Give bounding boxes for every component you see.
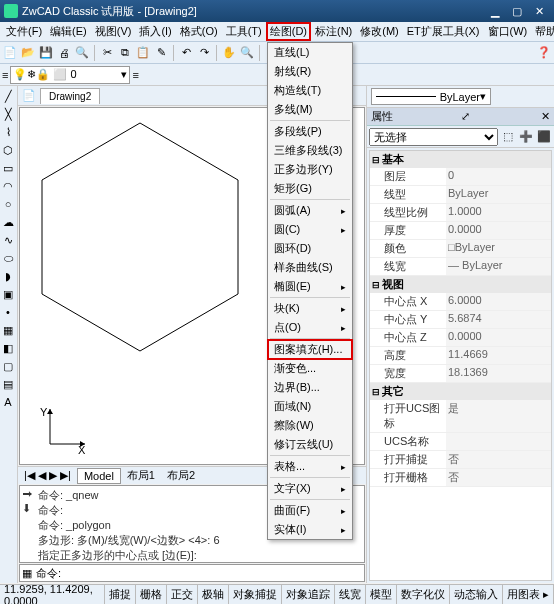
line-icon[interactable]: ╱ bbox=[0, 88, 16, 104]
layer-select[interactable]: 💡❄🔒 ⬜ 0▾ bbox=[10, 66, 130, 84]
menu-4[interactable]: 格式(O) bbox=[176, 22, 222, 41]
command-input[interactable]: ▦命令: bbox=[19, 564, 365, 582]
menuitem[interactable]: 渐变色... bbox=[268, 359, 352, 378]
menuitem[interactable]: 曲面(F) bbox=[268, 501, 352, 520]
cmd-icon[interactable]: ⮕ bbox=[22, 488, 38, 500]
status-button[interactable]: 动态输入 bbox=[450, 585, 503, 604]
menu-10[interactable]: 窗口(W) bbox=[484, 22, 532, 41]
xline-icon[interactable]: ╳ bbox=[0, 106, 16, 122]
linetype-select[interactable]: ByLayer▾ bbox=[371, 88, 491, 105]
status-button[interactable]: 极轴 bbox=[198, 585, 229, 604]
menuitem[interactable]: 表格... bbox=[268, 457, 352, 476]
point-icon[interactable]: • bbox=[0, 304, 16, 320]
cut-icon[interactable]: ✂ bbox=[99, 45, 115, 61]
spline-icon[interactable]: ∿ bbox=[0, 232, 16, 248]
status-button[interactable]: 捕捉 bbox=[105, 585, 136, 604]
menu-2[interactable]: 视图(V) bbox=[91, 22, 136, 41]
text-icon[interactable]: A bbox=[0, 394, 16, 410]
selectobj-icon[interactable]: ⬛ bbox=[536, 129, 552, 145]
menu-0[interactable]: 文件(F) bbox=[2, 22, 46, 41]
menuitem[interactable]: 面域(N) bbox=[268, 397, 352, 416]
ellipsearc-icon[interactable]: ◗ bbox=[0, 268, 16, 284]
menuitem[interactable]: 圆环(D) bbox=[268, 239, 352, 258]
block-icon[interactable]: ▣ bbox=[0, 286, 16, 302]
menu-7[interactable]: 标注(N) bbox=[311, 22, 356, 41]
status-button[interactable]: 对象捕捉 bbox=[229, 585, 282, 604]
tab-layout2[interactable]: 布局2 bbox=[161, 467, 201, 484]
menuitem[interactable]: 擦除(W) bbox=[268, 416, 352, 435]
menuitem[interactable]: 样条曲线(S) bbox=[268, 258, 352, 277]
tab-layout1[interactable]: 布局1 bbox=[121, 467, 161, 484]
new-icon[interactable]: 📄 bbox=[2, 45, 18, 61]
menuitem[interactable]: 修订云线(U) bbox=[268, 435, 352, 454]
help-icon[interactable]: ❓ bbox=[536, 45, 552, 61]
panel-close-icon[interactable]: ✕ bbox=[541, 110, 550, 123]
menuitem[interactable]: 构造线(T) bbox=[268, 81, 352, 100]
status-button[interactable]: 对象追踪 bbox=[282, 585, 335, 604]
menu-1[interactable]: 编辑(E) bbox=[46, 22, 91, 41]
ellipse-icon[interactable]: ⬭ bbox=[0, 250, 16, 266]
status-button[interactable]: 正交 bbox=[167, 585, 198, 604]
menuitem[interactable]: 圆(C) bbox=[268, 220, 352, 239]
pan-icon[interactable]: ✋ bbox=[221, 45, 237, 61]
doc-tab[interactable]: Drawing2 bbox=[40, 88, 100, 104]
paste-icon[interactable]: 📋 bbox=[135, 45, 151, 61]
menuitem[interactable]: 正多边形(Y) bbox=[268, 160, 352, 179]
selection-dropdown[interactable]: 无选择 bbox=[369, 128, 498, 146]
tab-model[interactable]: Model bbox=[77, 468, 121, 484]
menuitem[interactable]: 点(O) bbox=[268, 318, 352, 337]
pline-icon[interactable]: ⌇ bbox=[0, 124, 16, 140]
menu-3[interactable]: 插入(I) bbox=[135, 22, 175, 41]
maximize-button[interactable]: ▢ bbox=[506, 3, 528, 19]
redo-icon[interactable]: ↷ bbox=[196, 45, 212, 61]
menuitem[interactable]: 多段线(P) bbox=[268, 122, 352, 141]
open-icon[interactable]: 📂 bbox=[20, 45, 36, 61]
status-button[interactable]: 数字化仪 bbox=[397, 585, 450, 604]
print-icon[interactable]: 🖨 bbox=[56, 45, 72, 61]
cloud-icon[interactable]: ☁ bbox=[0, 214, 16, 230]
region-icon[interactable]: ▢ bbox=[0, 358, 16, 374]
menuitem[interactable]: 矩形(G) bbox=[268, 179, 352, 198]
zoom-icon[interactable]: 🔍 bbox=[239, 45, 255, 61]
menuitem[interactable]: 射线(R) bbox=[268, 62, 352, 81]
menuitem[interactable]: 三维多段线(3) bbox=[268, 141, 352, 160]
cmd-icon2[interactable]: ⬇ bbox=[22, 502, 38, 515]
quickselect-icon[interactable]: ⬚ bbox=[500, 129, 516, 145]
status-button[interactable]: 栅格 bbox=[136, 585, 167, 604]
property-grid[interactable]: 基本图层0线型ByLayer线型比例1.0000厚度0.0000颜色□ByLay… bbox=[369, 150, 552, 581]
sheet-nav[interactable]: |◀ ◀ ▶ ▶| bbox=[18, 468, 77, 483]
preview-icon[interactable]: 🔍 bbox=[74, 45, 90, 61]
menuitem[interactable]: 块(K) bbox=[268, 299, 352, 318]
match-icon[interactable]: ✎ bbox=[153, 45, 169, 61]
table-icon[interactable]: ▤ bbox=[0, 376, 16, 392]
circle-icon[interactable]: ○ bbox=[0, 196, 16, 212]
status-button[interactable]: 线宽 bbox=[335, 585, 366, 604]
save-icon[interactable]: 💾 bbox=[38, 45, 54, 61]
menu-11[interactable]: 帮助(H) bbox=[531, 22, 554, 41]
hatch-icon[interactable]: ▦ bbox=[0, 322, 16, 338]
menu-5[interactable]: 工具(T) bbox=[222, 22, 266, 41]
menu-6[interactable]: 绘图(D) bbox=[266, 22, 311, 41]
menuitem[interactable]: 直线(L) bbox=[268, 43, 352, 62]
layer-tool-icon[interactable]: ≡ bbox=[132, 69, 138, 81]
copy-icon[interactable]: ⧉ bbox=[117, 45, 133, 61]
menuitem[interactable]: 实体(I) bbox=[268, 520, 352, 539]
menu-8[interactable]: 修改(M) bbox=[356, 22, 403, 41]
menuitem[interactable]: 圆弧(A) bbox=[268, 201, 352, 220]
menuitem[interactable]: 文字(X) bbox=[268, 479, 352, 498]
menuitem[interactable]: 边界(B)... bbox=[268, 378, 352, 397]
arc-icon[interactable]: ◠ bbox=[0, 178, 16, 194]
menuitem[interactable]: 椭圆(E) bbox=[268, 277, 352, 296]
pickadd-icon[interactable]: ➕ bbox=[518, 129, 534, 145]
status-button[interactable]: 用图表 ▸ bbox=[503, 585, 554, 604]
menu-9[interactable]: ET扩展工具(X) bbox=[403, 22, 484, 41]
rect-icon[interactable]: ▭ bbox=[0, 160, 16, 176]
undo-icon[interactable]: ↶ bbox=[178, 45, 194, 61]
menuitem[interactable]: 图案填充(H)... bbox=[268, 340, 352, 359]
menuitem[interactable]: 多线(M) bbox=[268, 100, 352, 119]
gradient-icon[interactable]: ◧ bbox=[0, 340, 16, 356]
minimize-button[interactable]: ▁ bbox=[484, 3, 506, 19]
pushpin-icon[interactable]: ⤢ bbox=[461, 110, 470, 123]
close-button[interactable]: ✕ bbox=[528, 3, 550, 19]
layer-icon[interactable]: ≡ bbox=[2, 69, 8, 81]
